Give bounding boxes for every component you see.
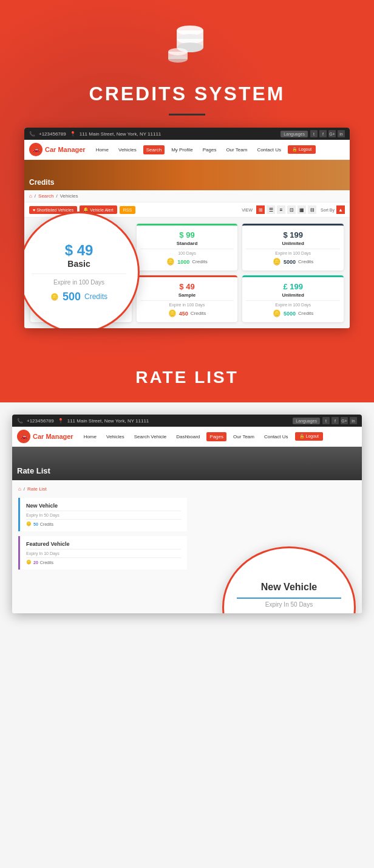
nav-logout[interactable]: 🔓 Logout xyxy=(288,145,316,154)
nav-contact[interactable]: Contact Us xyxy=(254,145,284,154)
rate-item-divider-2 xyxy=(26,549,181,549)
card-credits-2: 🪙 1000 Credits xyxy=(140,258,234,266)
nav-ourteam[interactable]: Our Team xyxy=(223,145,250,154)
card-expiry-2: 100 Days xyxy=(140,251,234,255)
rate-twitter-icon[interactable]: t xyxy=(322,417,330,424)
highlight-card: $ 49 Basic Expire in 100 Days 🪙 500 Cred… xyxy=(24,212,140,328)
rate-nav-contact[interactable]: Contact Us xyxy=(261,432,291,441)
sort-arrow-btn[interactable]: ▲ xyxy=(336,205,345,214)
topbar-languages[interactable]: Languages xyxy=(280,131,308,137)
credits-num-3: 5000 xyxy=(284,259,296,265)
rate-item-expiry-1: Expiry In 50 Days xyxy=(26,513,181,517)
rate-item-title-1: New Vehicle xyxy=(26,503,181,509)
nav-search[interactable]: Search xyxy=(143,145,165,154)
view-detail-btn[interactable]: ≡ xyxy=(277,205,285,214)
nav-pages[interactable]: Pages xyxy=(200,145,220,154)
rate-banner-title: Rate List xyxy=(17,466,50,475)
page-title: CREDITS SYSTEM xyxy=(89,83,285,105)
rate-nav-ourteam[interactable]: Our Team xyxy=(230,432,257,441)
title-divider xyxy=(169,114,205,115)
nav-links: Home Vehicles Search My Profile Pages Ou… xyxy=(93,145,345,154)
coin-icon-r1: 🪙 xyxy=(26,522,32,526)
card-price-3: $ 199 xyxy=(246,230,340,239)
credits-grid: $ 49 Basic Expire in 100 Days 🪙 500 Cred… xyxy=(24,218,350,328)
nav-bar: 🚗 Car Manager Home Vehicles Search My Pr… xyxy=(24,140,350,160)
breadcrumb-sep1: / xyxy=(35,193,36,199)
rate-googleplus-icon[interactable]: G+ xyxy=(341,417,348,424)
rate-item-featured-vehicle[interactable]: Featured Vehicle Expiry In 10 Days 🪙 20 … xyxy=(18,536,187,570)
credits-hero-section: CREDITS SYSTEM 📞 +123456789 📍 111 Main S… xyxy=(0,0,374,353)
rate-nav-home[interactable]: Home xyxy=(81,432,100,441)
rate-credits-label-2: Credits xyxy=(40,560,53,565)
rate-nav-pages[interactable]: Pages xyxy=(206,432,226,441)
hl-price: $ 49 xyxy=(65,242,93,259)
heart-icon: ♥ xyxy=(33,208,35,212)
nav-myprofile[interactable]: My Profile xyxy=(168,145,196,154)
credit-card-3[interactable]: $ 199 Unlimited Expire in 100 Days 🪙 500… xyxy=(242,224,344,270)
rate-nav-logout[interactable]: 🔓 Logout xyxy=(295,432,323,441)
rate-logo-text: Car Manager xyxy=(33,433,73,440)
credit-card-5[interactable]: $ 49 Sample Expire in 100 Days 🪙 450 Cre… xyxy=(137,275,238,322)
rate-topbar-phone: +123456789 xyxy=(27,418,54,424)
rate-item-new-vehicle[interactable]: New Vehicle Expiry In 50 Days 🪙 50 Credi… xyxy=(18,498,187,531)
rate-breadcrumb-ratelist[interactable]: Rate List xyxy=(27,486,47,492)
rate-item-divider-1 xyxy=(26,511,181,511)
nav-vehicles[interactable]: Vehicles xyxy=(115,145,140,154)
rss-btn[interactable]: RSS xyxy=(120,206,135,214)
rate-languages[interactable]: Languages xyxy=(293,418,320,424)
rate-item-divider-1b xyxy=(26,519,181,520)
credits-num-5: 450 xyxy=(179,311,188,317)
card-expiry-5: Expire in 100 Days xyxy=(140,303,234,307)
rate-item-credits-2: 🪙 20 Credits xyxy=(26,560,181,565)
rate-content: / Rate List New Vehicle Expiry In 50 Day… xyxy=(12,480,362,613)
logo-icon: 🚗 xyxy=(29,143,42,156)
breadcrumb-search[interactable]: Search xyxy=(38,193,53,199)
rate-nav-search[interactable]: Search Vehicle xyxy=(131,432,169,441)
view-tile-btn[interactable]: ▦ xyxy=(298,205,306,214)
rate-nav-links: Home Vehicles Search Vehicle Dashboard P… xyxy=(81,432,357,441)
database-icon xyxy=(160,18,214,73)
card-divider-2 xyxy=(140,249,234,249)
credit-card-6[interactable]: £ 199 Unlimited Expire in 100 Days 🪙 500… xyxy=(242,275,344,322)
rate-nav-bar: 🚗 Car Manager Home Vehicles Search Vehic… xyxy=(12,427,362,447)
coin-icon-3: 🪙 xyxy=(273,258,281,266)
card-divider-3 xyxy=(246,249,340,249)
rate-credits-num-2: 20 xyxy=(33,560,38,565)
card-expiry-3: Expire in 100 Days xyxy=(246,251,340,255)
view-grid-btn[interactable]: ⊞ xyxy=(256,205,265,214)
linkedin-icon[interactable]: in xyxy=(338,130,345,137)
facebook-icon[interactable]: f xyxy=(319,130,327,137)
rate-home-icon xyxy=(18,486,21,492)
card-price-6: £ 199 xyxy=(246,282,340,291)
rate-nav-dashboard[interactable]: Dashboard xyxy=(173,432,203,441)
rate-nav-vehicles[interactable]: Vehicles xyxy=(103,432,127,441)
view-controls: VIEW ⊞ ☰ ≡ ⊡ ▦ ⊟ Sort By ▲ xyxy=(242,205,345,214)
view-compact-btn[interactable]: ⊡ xyxy=(287,205,296,214)
credit-card-2[interactable]: $ 99 Standard 100 Days 🪙 1000 Credits xyxy=(137,224,238,270)
coin-icon-2: 🪙 xyxy=(166,258,175,266)
card-plan-3: Unlimited xyxy=(246,241,340,246)
card-plan-6: Unlimited xyxy=(246,292,340,298)
nav-home[interactable]: Home xyxy=(93,145,112,154)
rate-facebook-icon[interactable]: f xyxy=(332,417,339,424)
coin-icon-6: 🪙 xyxy=(273,309,281,317)
home-icon xyxy=(29,193,32,199)
rate-topbar: 📞 +123456789 📍 111 Main Street, New York… xyxy=(12,415,362,427)
hl-credits-num: 500 xyxy=(63,291,81,303)
social-links: t f G+ in xyxy=(310,130,345,137)
twitter-icon[interactable]: t xyxy=(310,130,318,137)
credits-num-2: 1000 xyxy=(177,259,189,265)
rate-item-expiry-2: Expiry In 10 Days xyxy=(26,551,181,556)
googleplus-icon[interactable]: G+ xyxy=(328,130,336,137)
view-table-btn[interactable]: ⊟ xyxy=(308,205,316,214)
shortlisted-label: Shortlisted Vehicles xyxy=(36,208,73,212)
browser-topbar: 📞 +123456789 📍 111 Main Street, New York… xyxy=(24,128,350,140)
view-list-btn[interactable]: ☰ xyxy=(267,205,275,214)
breadcrumb: / Search / Vehicles xyxy=(24,190,350,202)
topbar-address: 111 Main Street, New York, NY 11111 xyxy=(80,131,162,137)
rate-linkedin-icon[interactable]: in xyxy=(350,417,357,424)
rss-label: RSS xyxy=(123,208,132,212)
hl-credits-label: Credits xyxy=(84,292,107,301)
svg-point-7 xyxy=(168,55,188,63)
card-credits-6: 🪙 5000 Credits xyxy=(246,309,340,317)
